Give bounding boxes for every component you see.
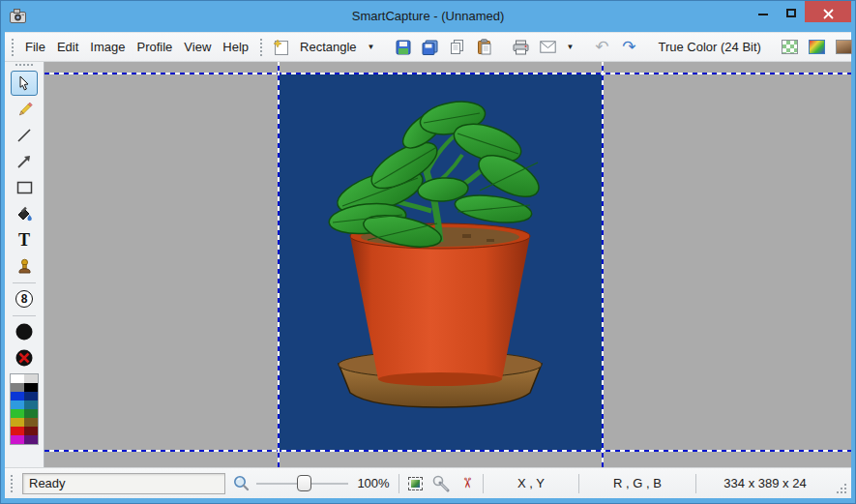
palette-color-5[interactable] <box>24 392 38 400</box>
arrow-tool-button[interactable] <box>11 149 38 174</box>
pencil-icon <box>16 102 33 118</box>
capture-mode-dropdown-icon[interactable]: ▼ <box>365 43 378 51</box>
magic-wand-icon <box>432 475 450 492</box>
print-icon <box>513 40 529 55</box>
save-button[interactable] <box>392 36 415 59</box>
main-area: T 8 <box>5 62 851 467</box>
undo-button[interactable]: ↶ <box>590 36 613 59</box>
maximize-button[interactable] <box>777 1 805 22</box>
tool-separator <box>13 282 36 283</box>
tool-separator <box>13 315 36 316</box>
color-palette <box>10 373 39 445</box>
palette-color-15[interactable] <box>24 435 38 444</box>
menu-item-edit[interactable]: Edit <box>52 37 83 57</box>
palette-color-14[interactable] <box>11 435 24 444</box>
save-all-button[interactable] <box>419 36 442 59</box>
separator <box>578 474 579 493</box>
paste-button[interactable] <box>473 36 496 59</box>
sepia-image-icon <box>836 40 852 54</box>
selection-preview-button[interactable] <box>404 473 426 494</box>
separator <box>483 474 484 493</box>
palette-color-11[interactable] <box>24 418 38 427</box>
email-button[interactable] <box>537 36 560 59</box>
menu-item-view[interactable]: View <box>179 37 216 57</box>
marquee-right <box>602 62 604 467</box>
palette-color-12[interactable] <box>11 427 24 435</box>
status-message: Ready <box>22 473 225 494</box>
palette-color-10[interactable] <box>11 418 24 427</box>
captured-image[interactable] <box>279 74 602 450</box>
print-button[interactable] <box>510 36 533 59</box>
pixel-color-readout: R , G , B <box>584 476 691 490</box>
save-all-icon <box>422 40 439 55</box>
statusbar-grip[interactable] <box>11 475 15 492</box>
text-tool-button[interactable]: T <box>11 227 38 252</box>
rectangle-tool-button[interactable] <box>11 175 38 200</box>
zoom-slider-thumb[interactable] <box>297 475 311 491</box>
cursor-position-readout: X , Y <box>488 476 574 490</box>
capture-mode-label[interactable]: Rectangle <box>296 40 361 54</box>
palette-color-6[interactable] <box>11 400 24 409</box>
paint-bucket-icon <box>16 206 33 222</box>
resize-grip[interactable] <box>836 483 848 498</box>
foreground-color-button[interactable] <box>11 319 38 344</box>
line-tool-button[interactable] <box>11 123 38 148</box>
palette-color-0[interactable] <box>11 374 24 383</box>
marquee-top <box>44 73 851 74</box>
palette-color-9[interactable] <box>24 409 38 418</box>
copy-button[interactable] <box>446 36 469 59</box>
minimize-button[interactable] <box>749 1 777 22</box>
maximize-icon <box>786 9 796 17</box>
transparency-effect-button[interactable] <box>779 36 802 59</box>
palette-color-8[interactable] <box>11 409 24 418</box>
palette-color-4[interactable] <box>11 392 24 400</box>
menu-item-file[interactable]: File <box>20 37 50 57</box>
zoom-slider[interactable] <box>256 473 348 494</box>
menu-grip[interactable] <box>12 39 14 56</box>
stamp-icon <box>16 258 33 275</box>
tool-palette: T 8 <box>5 62 44 467</box>
canvas-area[interactable] <box>44 62 851 467</box>
stamp-tool-button[interactable] <box>11 253 38 279</box>
zoom-level: 100% <box>353 476 394 490</box>
palette-color-3[interactable] <box>24 383 38 392</box>
color-effect-button[interactable] <box>806 36 829 59</box>
new-capture-button[interactable] <box>269 36 292 59</box>
tool-palette-grip[interactable] <box>15 64 33 68</box>
close-icon <box>823 9 834 19</box>
redo-icon: ↷ <box>622 39 635 55</box>
redo-button[interactable]: ↷ <box>617 36 640 59</box>
palette-color-13[interactable] <box>24 427 38 435</box>
undo-icon: ↶ <box>595 39 608 55</box>
pencil-tool-button[interactable] <box>11 97 38 122</box>
menu-item-profile[interactable]: Profile <box>133 37 178 57</box>
zoom-magnifier[interactable] <box>230 473 251 494</box>
magnifier-icon <box>232 475 250 492</box>
close-button[interactable] <box>805 1 851 22</box>
toolbar-grip[interactable] <box>260 39 262 56</box>
palette-color-1[interactable] <box>24 374 38 383</box>
transparent-color-button[interactable] <box>11 345 38 371</box>
color-depth-label[interactable]: True Color (24 Bit) <box>654 40 764 54</box>
arrow-icon <box>16 154 32 169</box>
sepia-effect-button[interactable] <box>833 36 856 59</box>
cut-button[interactable]: ✂ <box>457 473 478 494</box>
transparent-color-icon <box>15 348 34 368</box>
counter-icon: 8 <box>15 290 33 308</box>
select-tool-button[interactable] <box>11 71 38 96</box>
minimize-icon <box>758 14 768 15</box>
palette-color-2[interactable] <box>11 383 24 392</box>
menu-item-help[interactable]: Help <box>218 37 253 57</box>
fill-tool-button[interactable] <box>11 201 38 226</box>
counter-tool-button[interactable]: 8 <box>11 286 38 311</box>
paste-icon <box>477 39 492 55</box>
save-icon <box>396 40 411 55</box>
email-dropdown-icon[interactable]: ▼ <box>564 43 577 51</box>
potted-plant-image <box>279 74 602 450</box>
color-picker-button[interactable] <box>430 473 452 494</box>
separator <box>695 474 696 493</box>
menu-item-image[interactable]: Image <box>85 37 130 57</box>
email-icon <box>540 41 556 53</box>
palette-color-7[interactable] <box>24 400 38 409</box>
rectangle-icon <box>16 181 33 194</box>
